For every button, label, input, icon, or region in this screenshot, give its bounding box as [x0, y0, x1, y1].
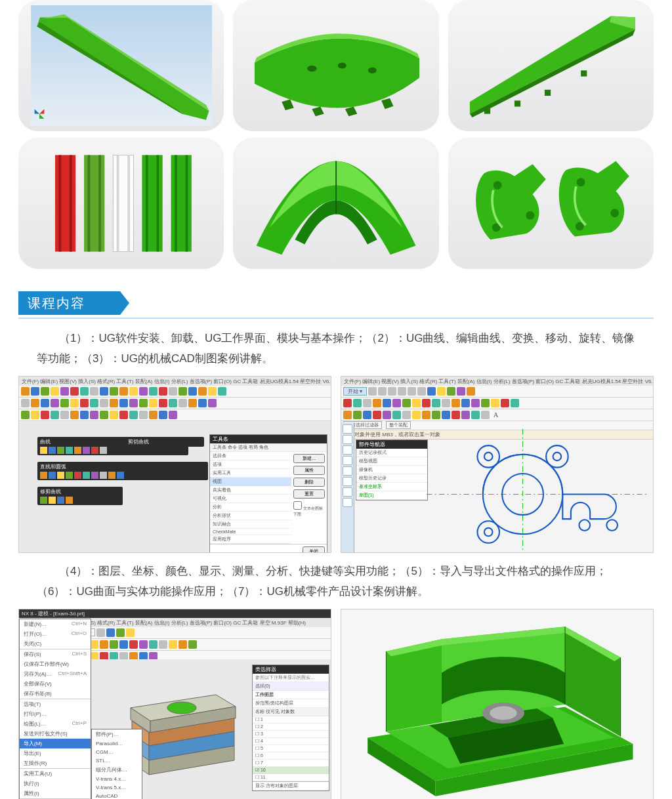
svg-rect-27 [127, 155, 130, 251]
menu-item: 保存(S) Ctrl+S [20, 649, 91, 659]
delete-button[interactable]: 删除 [293, 478, 325, 487]
cad-drawing [427, 429, 646, 553]
menu-item: 导出(E) [20, 748, 91, 758]
svg-rect-23 [70, 155, 72, 251]
list-item[interactable]: 选项 [210, 461, 291, 469]
svg-rect-19 [113, 155, 133, 251]
list-item[interactable]: 选择条 [210, 452, 291, 461]
select-row[interactable]: 选择(0) [253, 682, 329, 691]
start-dropdown[interactable]: 开始 ▾ [343, 387, 367, 396]
menu-item: 关闭(C) [20, 639, 91, 649]
menu-item: 发送到打包文件(S) [20, 729, 91, 739]
svg-rect-21 [171, 155, 191, 251]
layer-row[interactable]: ☐ 7 [253, 760, 329, 767]
ug-screenshot-toolbars: 文件(F) 编辑(E) 视图(V) 插入(S) 格式(R) 工具(T) 装配(A… [18, 376, 331, 553]
svg-rect-20 [142, 155, 162, 251]
svg-point-46 [553, 452, 562, 461]
svg-rect-29 [156, 155, 159, 251]
list-item[interactable]: 分析形状 [210, 512, 291, 520]
panel-footer[interactable]: 显示 含有对象的图层 [253, 781, 329, 790]
svg-point-38 [610, 209, 619, 217]
list-item[interactable]: 摄像机 [356, 466, 427, 474]
svg-rect-14 [514, 100, 520, 106]
svg-point-35 [526, 211, 535, 220]
svg-point-7 [307, 66, 317, 72]
svg-marker-10 [470, 16, 635, 114]
props-button[interactable]: 属性 [293, 466, 325, 475]
list-item[interactable]: 分析 [210, 503, 291, 512]
layer-row[interactable]: ☐ 3 [253, 731, 329, 738]
list-item[interactable]: CheckMate [210, 529, 291, 535]
curriculum-paragraph-2: （4）：图层、坐标、颜色、显示、测量、分析、快捷键等实用功能；（5）：导入与导出… [0, 561, 672, 609]
toolbar-list: 选择条 选项 实用工具 视图 真实着色 可视化 分析 分析形状 知识融合 Che… [210, 452, 291, 544]
toolbar-customize-dialog[interactable]: 工具条 工具条 命令 选项 有局 角色 选择条 选项 实用工具 视图 真实着色 … [209, 434, 327, 553]
toolbar-row-1: 开始 ▾ [341, 386, 653, 398]
crossmember-icon [242, 5, 430, 126]
svg-rect-13 [484, 108, 490, 113]
submenu-item: AutoCAD DXF/DWG… [92, 792, 142, 799]
text-under-icon-checkbox[interactable] [293, 501, 302, 510]
svg-rect-30 [175, 155, 177, 251]
layer-row[interactable]: ☐ 11 [253, 774, 329, 781]
rail-icon [27, 5, 216, 126]
part-navigator[interactable]: 部件导航器 历史记录模式 模型视图 摄像机 模型历史记录 基准坐标系 草图(1) [356, 440, 428, 501]
screenshot-row-2: NX 8 - 建模 - [Exam-3d.prt] 文件(F) 编辑(E) 视图… [0, 609, 672, 799]
svg-point-72 [490, 707, 516, 720]
cad-model-crossmember [233, 0, 438, 131]
mold-half-icon [349, 614, 645, 799]
navigator-title: 部件导航器 [356, 440, 427, 449]
svg-point-60 [167, 702, 196, 714]
layer-row[interactable]: ☐ 2 [253, 724, 329, 731]
svg-point-8 [338, 62, 346, 68]
svg-rect-28 [145, 155, 148, 251]
reset-button[interactable]: 重置 [293, 489, 325, 499]
list-item[interactable]: 实用工具 [210, 469, 291, 478]
layer-row[interactable]: ☐ 4 [253, 738, 329, 745]
dialog-tabs[interactable]: 工具条 命令 选项 有局 角色 [210, 443, 327, 452]
layer-row[interactable]: ☐ 6 [253, 752, 329, 760]
list-item[interactable]: 应用程序 [210, 535, 291, 544]
layer-row[interactable]: ☐ 1 [253, 716, 329, 724]
import-submenu[interactable]: 部件(P)… Parasolid… CGM… STL… 细分几何体… V-tra… [91, 729, 142, 799]
submenu-item: 部件(P)… [92, 729, 142, 739]
ug-screenshot-import: NX 8 - 建模 - [Exam-3d.prt] 文件(F) 编辑(E) 视图… [18, 609, 331, 799]
model-gallery-row2 [0, 138, 672, 276]
list-item[interactable]: 视图 [210, 478, 291, 486]
list-item[interactable]: 模型历史记录 [356, 474, 427, 483]
list-item[interactable]: 真实着色 [210, 486, 291, 495]
list-item[interactable]: 历史记录模式 [356, 449, 427, 457]
titlebar: NX 8 - 建模 - [Exam-3d.prt] [19, 609, 331, 618]
svg-point-48 [484, 528, 493, 537]
menu-item: 互操作(R) [20, 758, 91, 768]
toolbar-row-2 [19, 398, 331, 409]
submenu-item: STL… [92, 756, 142, 765]
menu-bar[interactable]: 文件(F) 编辑(E) 视图(V) 插入(S) 格式(R) 工具(T) 装配(A… [341, 377, 653, 386]
dialog-title: 工具条 [210, 435, 327, 443]
float-linearc-toolbar[interactable]: 直线和圆弧 [37, 462, 208, 480]
menu-item: 打印(P)… [20, 709, 91, 719]
list-item[interactable]: 可视化 [210, 495, 291, 503]
work-layer: 工作图层 [253, 691, 329, 699]
svg-point-9 [368, 68, 377, 73]
brackets-icon [456, 143, 645, 264]
layer-row[interactable]: ☑ 10 [253, 767, 329, 774]
list-item[interactable]: 模型视图 [356, 457, 427, 466]
float-trimcurve-toolbar[interactable]: 修剪曲线 [37, 487, 123, 505]
layer-row[interactable]: ☐ 5 [253, 745, 329, 752]
menu-item: 执行(I) [20, 779, 91, 789]
new-button[interactable]: 新建… [293, 454, 325, 463]
list-item[interactable]: 知识融合 [210, 520, 291, 529]
menu-bar[interactable]: 文件(F) 编辑(E) 视图(V) 插入(S) 格式(R) 工具(T) 装配(A… [19, 377, 331, 386]
wing-icon [456, 5, 645, 126]
svg-rect-24 [87, 155, 90, 251]
float-trim-toolbar[interactable]: 剪切曲线 [125, 437, 204, 447]
toolbar-row-3 [19, 409, 331, 421]
file-menu[interactable]: 新建(N)… Ctrl+N 打开(O)… Ctrl+O 关闭(C) 保存(S) … [19, 619, 91, 799]
assembly-dropdown[interactable]: 整个装配 [386, 421, 411, 429]
list-item[interactable]: 草图(1) [356, 491, 427, 500]
submenu-item: V-trans 5.x… [92, 783, 142, 792]
list-item[interactable]: 基准坐标系 [356, 483, 427, 491]
class-selector-panel[interactable]: 类选择器 参照以下注释来显示的面实… 选择(0) 工作图层 按范围/类结构图层 … [252, 665, 329, 791]
section-title: 课程内容 [18, 291, 120, 315]
close-button[interactable]: 关闭 [303, 546, 325, 553]
